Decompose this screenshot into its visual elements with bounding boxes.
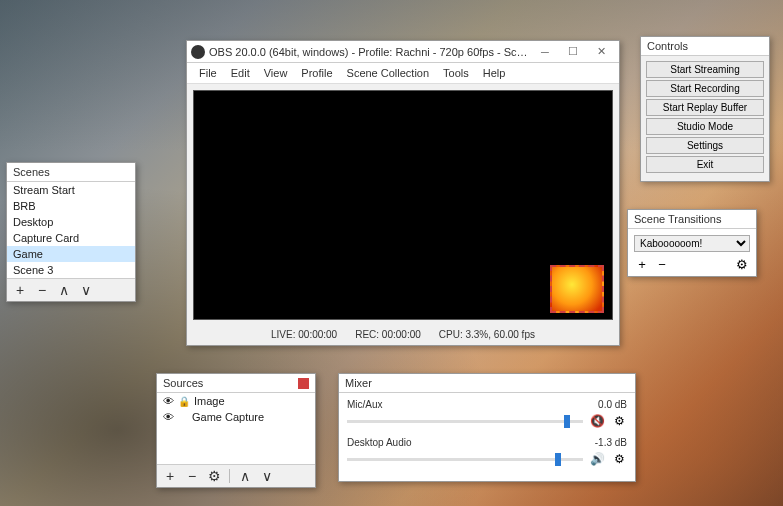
- control-button-settings[interactable]: Settings: [646, 137, 764, 154]
- menu-help[interactable]: Help: [477, 65, 512, 81]
- mute-icon[interactable]: 🔇: [589, 413, 605, 429]
- lock-icon[interactable]: 🔒: [178, 396, 190, 407]
- maximize-button[interactable]: ☐: [559, 43, 587, 61]
- control-button-start-recording[interactable]: Start Recording: [646, 80, 764, 97]
- channel-settings-icon[interactable]: ⚙: [611, 413, 627, 429]
- visibility-icon[interactable]: 👁: [163, 395, 174, 407]
- scene-remove-button[interactable]: −: [33, 281, 51, 299]
- menu-scene-collection[interactable]: Scene Collection: [341, 65, 436, 81]
- sources-toolbar: + − ⚙ ∧ ∨: [157, 464, 315, 487]
- channel-name: Mic/Aux: [347, 399, 383, 410]
- toolbar-separator: [229, 469, 230, 483]
- scene-row[interactable]: Stream Start: [7, 182, 135, 198]
- control-button-start-replay-buffer[interactable]: Start Replay Buffer: [646, 99, 764, 116]
- scenes-toolbar: + − ∧ ∨: [7, 278, 135, 301]
- sources-panel[interactable]: Sources 👁🔒Image👁Game Capture + − ⚙ ∧ ∨: [156, 373, 316, 488]
- source-row[interactable]: 👁🔒Image: [157, 393, 315, 409]
- transitions-toolbar: + − ⚙: [634, 256, 750, 272]
- mixer-channel: Mic/Aux0.0 dB🔇⚙: [347, 399, 627, 429]
- transitions-title[interactable]: Scene Transitions: [628, 210, 756, 229]
- menu-tools[interactable]: Tools: [437, 65, 475, 81]
- sources-list: 👁🔒Image👁Game Capture: [157, 393, 315, 464]
- source-remove-button[interactable]: −: [183, 467, 201, 485]
- channel-name: Desktop Audio: [347, 437, 412, 448]
- mixer-panel[interactable]: Mixer Mic/Aux0.0 dB🔇⚙Desktop Audio-1.3 d…: [338, 373, 636, 482]
- transition-settings-button[interactable]: ⚙: [734, 256, 750, 272]
- volume-slider[interactable]: [347, 458, 583, 461]
- mixer-title[interactable]: Mixer: [339, 374, 635, 393]
- channel-db: 0.0 dB: [598, 399, 627, 410]
- transitions-panel[interactable]: Scene Transitions Kaboooooom! + − ⚙: [627, 209, 757, 277]
- controls-body: Start StreamingStart RecordingStart Repl…: [641, 56, 769, 178]
- control-button-start-streaming[interactable]: Start Streaming: [646, 61, 764, 78]
- menu-edit[interactable]: Edit: [225, 65, 256, 81]
- scene-row[interactable]: Scene 3: [7, 262, 135, 278]
- scene-row[interactable]: Capture Card: [7, 230, 135, 246]
- scene-down-button[interactable]: ∨: [77, 281, 95, 299]
- control-button-exit[interactable]: Exit: [646, 156, 764, 173]
- minimize-button[interactable]: ─: [531, 43, 559, 61]
- transitions-body: Kaboooooom! + − ⚙: [628, 229, 756, 276]
- scenes-title[interactable]: Scenes: [7, 163, 135, 182]
- control-button-studio-mode[interactable]: Studio Mode: [646, 118, 764, 135]
- transition-add-button[interactable]: +: [634, 256, 650, 272]
- volume-knob[interactable]: [564, 415, 570, 428]
- source-name: Image: [194, 395, 225, 407]
- source-settings-button[interactable]: ⚙: [205, 467, 223, 485]
- menu-view[interactable]: View: [258, 65, 294, 81]
- scene-row[interactable]: Desktop: [7, 214, 135, 230]
- scene-row[interactable]: Game: [7, 246, 135, 262]
- scenes-list: Stream StartBRBDesktopCapture CardGameSc…: [7, 182, 135, 278]
- source-add-button[interactable]: +: [161, 467, 179, 485]
- mixer-body: Mic/Aux0.0 dB🔇⚙Desktop Audio-1.3 dB🔊⚙: [339, 393, 635, 481]
- scene-row[interactable]: BRB: [7, 198, 135, 214]
- main-window-title: OBS 20.0.0 (64bit, windows) - Profile: R…: [209, 46, 531, 58]
- preview-canvas[interactable]: [193, 90, 613, 320]
- source-up-button[interactable]: ∧: [236, 467, 254, 485]
- controls-panel[interactable]: Controls Start StreamingStart RecordingS…: [640, 36, 770, 182]
- close-button[interactable]: ✕: [587, 43, 615, 61]
- status-bar: LIVE: 00:00:00 REC: 00:00:00 CPU: 3.3%, …: [187, 326, 619, 345]
- volume-slider[interactable]: [347, 420, 583, 423]
- sources-title[interactable]: Sources: [157, 374, 315, 393]
- menu-file[interactable]: File: [193, 65, 223, 81]
- sources-close-icon[interactable]: [298, 378, 309, 389]
- status-cpu: CPU: 3.3%, 60.00 fps: [439, 329, 535, 340]
- status-rec: REC: 00:00:00: [355, 329, 421, 340]
- obs-main-window: OBS 20.0.0 (64bit, windows) - Profile: R…: [186, 40, 620, 346]
- volume-knob[interactable]: [555, 453, 561, 466]
- mixer-channel: Desktop Audio-1.3 dB🔊⚙: [347, 437, 627, 467]
- transition-remove-button[interactable]: −: [654, 256, 670, 272]
- visibility-icon[interactable]: 👁: [163, 411, 174, 423]
- scenes-panel[interactable]: Scenes Stream StartBRBDesktopCapture Car…: [6, 162, 136, 302]
- preview-source-selected[interactable]: [550, 265, 604, 313]
- status-live: LIVE: 00:00:00: [271, 329, 337, 340]
- menu-profile[interactable]: Profile: [295, 65, 338, 81]
- source-name: Game Capture: [192, 411, 264, 423]
- main-titlebar[interactable]: OBS 20.0.0 (64bit, windows) - Profile: R…: [187, 41, 619, 63]
- transition-select[interactable]: Kaboooooom!: [634, 235, 750, 252]
- obs-app-icon: [191, 45, 205, 59]
- main-menubar: File Edit View Profile Scene Collection …: [187, 63, 619, 84]
- speaker-icon[interactable]: 🔊: [589, 451, 605, 467]
- source-row[interactable]: 👁Game Capture: [157, 409, 315, 425]
- scene-up-button[interactable]: ∧: [55, 281, 73, 299]
- controls-title[interactable]: Controls: [641, 37, 769, 56]
- scene-add-button[interactable]: +: [11, 281, 29, 299]
- channel-settings-icon[interactable]: ⚙: [611, 451, 627, 467]
- channel-db: -1.3 dB: [595, 437, 627, 448]
- source-down-button[interactable]: ∨: [258, 467, 276, 485]
